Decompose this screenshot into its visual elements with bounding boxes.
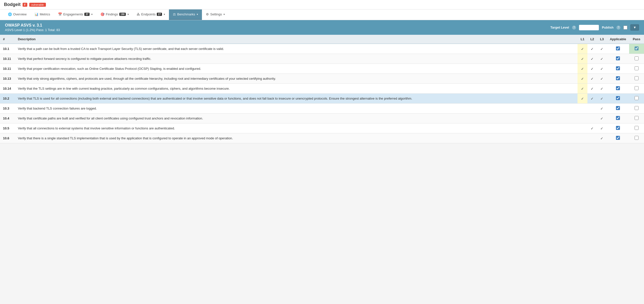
cell-applicable[interactable]: [607, 54, 629, 64]
cell-applicable[interactable]: [607, 94, 629, 104]
nav-settings-label: Settings: [210, 13, 222, 16]
col-header-l3: L3: [597, 35, 607, 44]
table-row: 10.6Verify that there is a single standa…: [0, 133, 644, 143]
publish-help-icon[interactable]: ?: [616, 26, 620, 30]
l3-check: ✓: [600, 126, 603, 130]
endpoints-icon: 🖧: [137, 13, 140, 16]
cell-pass[interactable]: [629, 74, 644, 84]
vulnerable-badge: vulnerable: [29, 3, 46, 7]
nav-endpoints[interactable]: 🖧 Endpoints 27 ▾: [133, 10, 169, 20]
cell-applicable[interactable]: [607, 114, 629, 123]
cell-l1: ✓: [578, 54, 587, 64]
target-level-input[interactable]: [579, 25, 599, 30]
findings-badge: 190: [119, 13, 126, 16]
benchmark-header: OWASP ASVS v. 3.1 ASVS Level 1 (1.2%) Pa…: [0, 20, 644, 35]
pass-checkbox[interactable]: [634, 136, 638, 140]
nav-engagements[interactable]: 📅 Engagements 37 ▾: [54, 10, 96, 20]
pass-checkbox[interactable]: [634, 56, 638, 60]
cell-pass[interactable]: [629, 84, 644, 94]
target-level-label: Target Level: [550, 26, 569, 29]
applicable-checkbox[interactable]: [616, 76, 620, 80]
cell-l2: ✓: [588, 74, 597, 84]
applicable-checkbox[interactable]: [616, 106, 620, 110]
endpoints-badge: 27: [157, 13, 162, 16]
cell-description: Verify that only strong algorithms, ciph…: [15, 74, 578, 84]
benchmark-title: OWASP ASVS v. 3.1: [5, 23, 60, 28]
table-row: 10.4Verify that certificate paths are bu…: [0, 114, 644, 123]
pass-checkbox[interactable]: [634, 116, 638, 120]
nav-benchmarks[interactable]: ⚖ Benchmarks ▾: [169, 10, 202, 20]
cell-applicable[interactable]: [607, 84, 629, 94]
cell-num: 10.14: [0, 84, 15, 94]
cell-description: Verify that the TLS settings are in line…: [15, 84, 578, 94]
applicable-checkbox[interactable]: [616, 126, 620, 130]
cell-l3: ✓: [597, 44, 607, 54]
cell-pass[interactable]: [629, 123, 644, 133]
metrics-icon: 📊: [34, 13, 38, 16]
pass-checkbox[interactable]: [634, 86, 638, 90]
cell-applicable[interactable]: [607, 74, 629, 84]
cell-applicable[interactable]: [607, 44, 629, 54]
table-row: 10.14Verify that the TLS settings are in…: [0, 84, 644, 94]
publish-checkbox[interactable]: [624, 26, 628, 30]
cell-pass[interactable]: [629, 54, 644, 64]
nav-overview[interactable]: 🌐 Overview: [4, 10, 30, 20]
app-title: Bodgeit: [4, 2, 20, 7]
cell-pass[interactable]: [629, 133, 644, 143]
nav-benchmarks-label: Benchmarks: [177, 13, 195, 16]
target-level-help-icon[interactable]: ?: [572, 26, 576, 30]
cell-pass[interactable]: [629, 114, 644, 123]
benchmark-title-section: OWASP ASVS v. 3.1 ASVS Level 1 (1.2%) Pa…: [5, 23, 60, 32]
publish-label: Publish: [602, 26, 614, 29]
l1-check: ✓: [581, 97, 584, 101]
pass-checkbox[interactable]: [634, 47, 638, 51]
cell-l2: [588, 133, 597, 143]
cell-l1: ✓: [578, 74, 587, 84]
nav-findings-label: Findings: [106, 13, 118, 16]
filter-button[interactable]: ▼: [630, 24, 639, 31]
applicable-checkbox[interactable]: [616, 66, 620, 70]
applicable-checkbox[interactable]: [616, 47, 620, 51]
applicable-checkbox[interactable]: [616, 136, 620, 140]
cell-num: 10.6: [0, 133, 15, 143]
cell-pass[interactable]: [629, 104, 644, 114]
cell-pass[interactable]: [629, 64, 644, 74]
cell-l1: ✓: [578, 64, 587, 74]
nav-metrics[interactable]: 📊 Metrics: [30, 10, 54, 20]
applicable-checkbox[interactable]: [616, 96, 620, 100]
col-header-pass: Pass: [629, 35, 644, 44]
pass-checkbox[interactable]: [634, 126, 638, 130]
cell-pass[interactable]: [629, 94, 644, 104]
cell-num: 10.11: [0, 64, 15, 74]
applicable-checkbox[interactable]: [616, 86, 620, 90]
nav-findings[interactable]: 🎯 Findings 190 ▾: [96, 10, 133, 20]
cell-l1: [578, 114, 587, 123]
l3-check: ✓: [600, 57, 603, 61]
engagements-badge: 37: [84, 13, 90, 16]
cell-l3: ✓: [597, 133, 607, 143]
cell-description: Verify that backend TLS connection failu…: [15, 104, 578, 114]
endpoints-arrow: ▾: [164, 13, 165, 16]
cell-applicable[interactable]: [607, 123, 629, 133]
pass-checkbox[interactable]: [634, 96, 638, 100]
cell-l1: ✓: [578, 84, 587, 94]
pass-checkbox[interactable]: [634, 66, 638, 70]
pass-checkbox[interactable]: [634, 106, 638, 110]
top-bar: Bodgeit F vulnerable: [0, 0, 644, 10]
cell-description: Verify that certificate paths are built …: [15, 114, 578, 123]
cell-applicable[interactable]: [607, 133, 629, 143]
cell-l1: ✓: [578, 94, 587, 104]
applicable-checkbox[interactable]: [616, 56, 620, 60]
nav-endpoints-label: Endpoints: [141, 13, 156, 16]
settings-arrow: ▾: [224, 13, 225, 16]
benchmark-controls: Target Level ? Publish ? ▼: [550, 24, 639, 31]
cell-applicable[interactable]: [607, 104, 629, 114]
applicable-checkbox[interactable]: [616, 116, 620, 120]
table-row: 10.13Verify that only strong algorithms,…: [0, 74, 644, 84]
cell-applicable[interactable]: [607, 64, 629, 74]
nav-metrics-label: Metrics: [40, 13, 50, 16]
nav-settings[interactable]: ⚙ Settings ▾: [202, 10, 229, 20]
cell-pass[interactable]: [629, 44, 644, 54]
pass-checkbox[interactable]: [634, 76, 638, 80]
l2-check: ✓: [591, 47, 594, 51]
